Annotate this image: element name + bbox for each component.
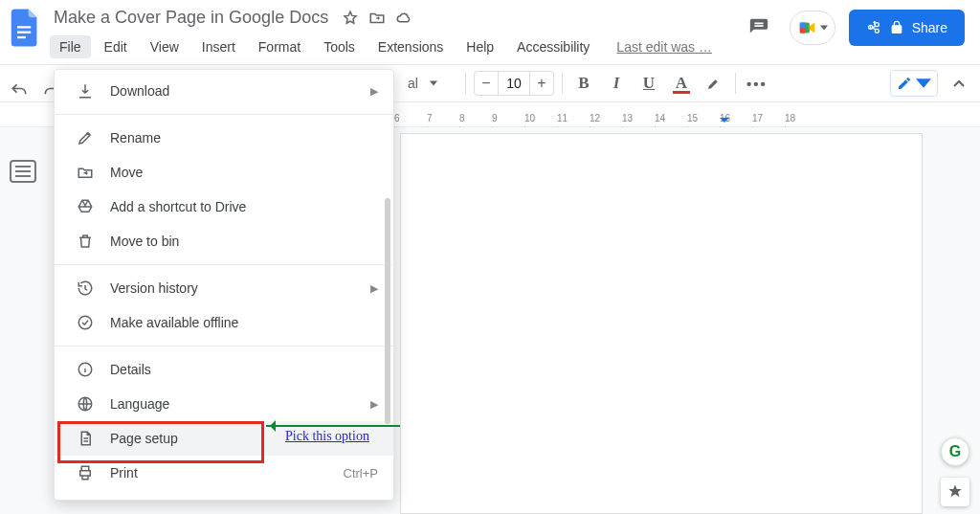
move-icon xyxy=(76,163,95,182)
menu-shortcut: Ctrl+P xyxy=(344,466,378,480)
ruler-tick: 18 xyxy=(785,113,817,123)
star-icon[interactable] xyxy=(342,10,359,27)
file-menu-version-history[interactable]: Version history ▶ xyxy=(55,271,393,305)
menu-label: Language xyxy=(110,396,355,412)
download-icon xyxy=(76,81,95,101)
drive-shortcut-icon xyxy=(76,197,95,216)
menu-label: Details xyxy=(110,362,378,377)
ruler-tick: 8 xyxy=(459,113,492,123)
menu-format[interactable]: Format xyxy=(249,35,310,58)
globe-icon xyxy=(76,394,95,413)
underline-button[interactable]: U xyxy=(635,70,662,97)
ruler-tick: 13 xyxy=(622,113,655,123)
menu-label: Move xyxy=(110,165,378,180)
svg-rect-6 xyxy=(870,26,871,30)
more-tools-button[interactable]: ••• xyxy=(744,70,770,97)
menu-label: Make available offline xyxy=(110,315,378,330)
menu-separator xyxy=(55,264,393,265)
toolbar-separator xyxy=(465,73,466,94)
annotation-text: Pick this option xyxy=(285,427,369,444)
menu-label: Download xyxy=(110,83,355,99)
svg-point-7 xyxy=(78,316,92,329)
editing-mode-dropdown[interactable] xyxy=(890,70,938,97)
grammarly-icon[interactable]: G xyxy=(941,437,969,466)
highlight-button[interactable] xyxy=(701,70,727,97)
move-to-folder-icon[interactable] xyxy=(368,10,386,27)
ruler-tick: 14 xyxy=(655,113,687,123)
file-menu-add-shortcut[interactable]: Add a shortcut to Drive xyxy=(55,190,393,224)
font-size-control[interactable]: − 10 + xyxy=(474,71,554,96)
submenu-arrow-icon: ▶ xyxy=(370,282,378,295)
cloud-status-icon[interactable] xyxy=(395,10,412,27)
ruler-tick: 12 xyxy=(590,113,622,123)
menu-scrollbar-thumb[interactable] xyxy=(385,198,390,424)
info-icon xyxy=(76,360,95,379)
file-menu-print[interactable]: Print Ctrl+P xyxy=(55,456,393,490)
comments-icon[interactable] xyxy=(742,11,776,45)
ruler-tick: 17 xyxy=(752,113,785,123)
explore-icon[interactable] xyxy=(941,478,969,506)
print-icon xyxy=(76,463,95,482)
svg-rect-0 xyxy=(17,26,31,28)
file-menu-rename[interactable]: Rename xyxy=(55,121,393,155)
ruler-tick: 9 xyxy=(492,113,524,123)
file-menu-language[interactable]: Language ▶ xyxy=(55,387,393,421)
file-menu-move[interactable]: Move xyxy=(55,155,393,190)
submenu-arrow-icon: ▶ xyxy=(370,85,378,98)
collapse-toolbar-button[interactable] xyxy=(946,70,972,97)
svg-rect-1 xyxy=(17,32,31,34)
ruler-tick: 7 xyxy=(427,113,459,123)
file-menu-download[interactable]: Download ▶ xyxy=(55,74,393,108)
ruler-indent-marker-icon[interactable] xyxy=(720,118,729,127)
document-page[interactable] xyxy=(400,133,923,514)
document-outline-button[interactable] xyxy=(10,160,36,183)
menu-edit[interactable]: Edit xyxy=(95,35,137,58)
menu-file[interactable]: File xyxy=(50,35,91,58)
menu-label: Add a shortcut to Drive xyxy=(110,199,378,214)
font-size-value[interactable]: 10 xyxy=(498,72,530,95)
rename-icon xyxy=(76,128,95,147)
share-button-label: Share xyxy=(912,20,947,35)
font-family-dropdown[interactable]: al xyxy=(400,71,457,96)
toolbar-separator xyxy=(735,73,736,94)
toolbar-separator xyxy=(562,73,563,94)
menu-extensions[interactable]: Extensions xyxy=(368,35,453,58)
ruler-tick: 10 xyxy=(524,113,557,123)
meet-button[interactable] xyxy=(790,11,835,45)
docs-logo[interactable] xyxy=(8,6,42,50)
history-icon xyxy=(76,279,95,298)
text-color-button[interactable]: A xyxy=(668,70,695,97)
share-button[interactable]: Share xyxy=(849,10,965,46)
bold-button[interactable]: B xyxy=(570,70,597,97)
last-edit-link[interactable]: Last edit was … xyxy=(611,35,718,58)
menu-accessibility[interactable]: Accessibility xyxy=(507,35,599,58)
file-menu-make-offline[interactable]: Make available offline xyxy=(55,305,393,340)
menu-label: Version history xyxy=(110,280,355,296)
menu-label: Move to bin xyxy=(110,234,378,249)
file-menu-move-to-bin[interactable]: Move to bin xyxy=(55,224,393,258)
increase-font-size-button[interactable]: + xyxy=(530,72,553,95)
menu-tools[interactable]: Tools xyxy=(314,35,365,58)
menu-label: Print xyxy=(110,465,328,480)
ruler-tick: 11 xyxy=(557,113,590,123)
menubar: File Edit View Insert Format Tools Exten… xyxy=(50,35,742,58)
menu-view[interactable]: View xyxy=(141,35,189,58)
svg-rect-5 xyxy=(799,28,805,34)
file-menu-details[interactable]: Details xyxy=(55,352,393,387)
italic-button[interactable]: I xyxy=(603,70,630,97)
ruler-tick: 15 xyxy=(687,113,720,123)
menu-separator xyxy=(55,114,393,115)
menu-help[interactable]: Help xyxy=(457,35,503,58)
undo-button[interactable] xyxy=(10,81,29,101)
menu-insert[interactable]: Insert xyxy=(192,35,245,58)
svg-rect-4 xyxy=(799,23,805,29)
font-name-fragment: al xyxy=(408,76,418,91)
ruler-tick: 6 xyxy=(394,113,427,123)
submenu-arrow-icon: ▶ xyxy=(370,398,378,411)
decrease-font-size-button[interactable]: − xyxy=(475,72,498,95)
menu-label: Rename xyxy=(110,130,378,145)
svg-rect-2 xyxy=(17,36,26,38)
trash-icon xyxy=(76,232,95,251)
offline-icon xyxy=(76,313,95,332)
document-title[interactable]: Make a Cover Page in Google Docs xyxy=(50,6,332,30)
